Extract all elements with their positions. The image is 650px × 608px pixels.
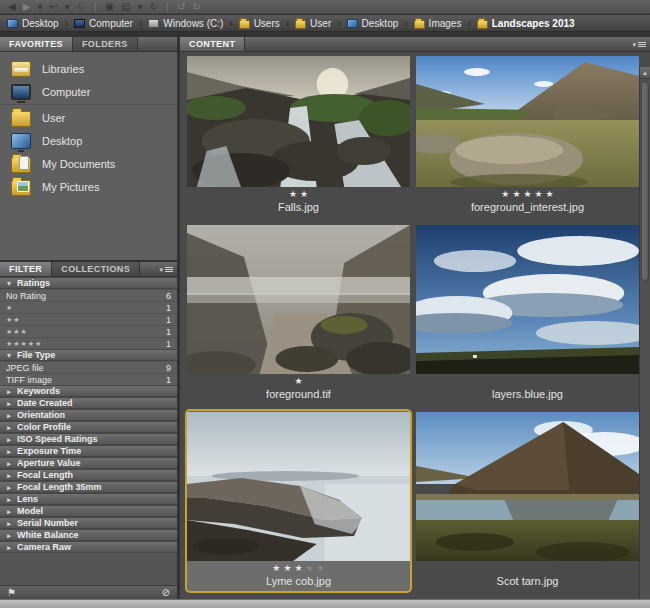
filter-row-[interactable]: ★1 [0, 302, 177, 313]
filter-section-exposure-time[interactable]: ▸Exposure Time [0, 445, 177, 457]
breadcrumb-item-desktop[interactable]: Desktop [345, 18, 401, 29]
back-icon[interactable]: ◀ [8, 2, 16, 12]
star-filled-icon[interactable]: ★ [523, 190, 531, 199]
open-in-camera-raw-icon[interactable]: ▤ [121, 2, 130, 12]
file-name[interactable]: layers.blue.jpg [492, 388, 563, 402]
return-to-recent-icon[interactable]: ↩ [49, 2, 57, 12]
thumbnail-cell-foreground-interest[interactable]: ★★★★★ foreground_interest.jpg [414, 53, 641, 219]
filter-section-ratings[interactable]: ▼Ratings [0, 277, 177, 289]
star-filled-icon[interactable]: ★ [294, 564, 302, 573]
filter-section-serial-number[interactable]: ▸Serial Number [0, 517, 177, 529]
layers-blue-thumbnail-image[interactable] [416, 225, 639, 374]
tab-filter[interactable]: FILTER [0, 262, 52, 276]
favorites-item-my-pictures[interactable]: My Pictures [0, 175, 177, 198]
star-empty-icon[interactable]: ★ [317, 564, 325, 573]
favorites-item-my-documents[interactable]: My Documents [0, 152, 177, 175]
rotate-right-icon[interactable]: ↻ [193, 2, 201, 12]
thumbnail-cell-falls[interactable]: ★★ Falls.jpg [185, 53, 412, 219]
content-scrollbar[interactable]: ▲ [639, 67, 650, 599]
filter-section-orientation[interactable]: ▸Orientation [0, 409, 177, 421]
breadcrumb-item-landscapes-2013[interactable]: Landscapes 2013 [475, 18, 577, 29]
thumbnail-cell-scot-tarn[interactable]: Scot tarn.jpg [414, 409, 641, 593]
expand-triangle-icon: ▸ [5, 532, 13, 539]
filter-section-date-created[interactable]: ▸Date Created [0, 397, 177, 409]
falls-thumbnail-image[interactable] [187, 56, 410, 187]
filter-row-[interactable]: ★★1 [0, 314, 177, 325]
breadcrumb-item-images[interactable]: Images [412, 18, 464, 29]
filter-section-camera-raw[interactable]: ▸Camera Raw [0, 541, 177, 553]
breadcrumb-item-desktop[interactable]: Desktop [5, 18, 61, 29]
recent-dropdown-icon[interactable]: ▾ [65, 2, 70, 12]
refine-icon[interactable]: ↻ [150, 2, 158, 12]
scroll-up-icon[interactable]: ▲ [640, 67, 650, 79]
filter-section-focal-length[interactable]: ▸Focal Length [0, 469, 177, 481]
content-panel-menu-icon[interactable]: ▾ [632, 41, 646, 48]
get-photos-from-camera-icon[interactable]: ▣ [105, 2, 114, 12]
star-filled-icon[interactable]: ★ [289, 190, 297, 199]
star-empty-icon[interactable]: ★ [306, 564, 314, 573]
filter-row-no-rating[interactable]: No Rating6 [0, 290, 177, 301]
filter-panel-menu-icon[interactable]: ▾ [159, 266, 173, 273]
breadcrumb-item-user[interactable]: User [293, 18, 333, 29]
scot-tarn-thumbnail-image[interactable] [416, 412, 639, 561]
thumbnail-cell-lyme-cob[interactable]: ★★★★★ Lyme cob.jpg [185, 409, 412, 593]
thumbnail-cell-layers-blue[interactable]: layers.blue.jpg [414, 222, 641, 406]
star-filled-icon[interactable]: ★ [512, 190, 520, 199]
filter-section-model[interactable]: ▸Model [0, 505, 177, 517]
favorites-item-libraries[interactable]: Libraries [0, 57, 177, 80]
filter-section-keywords[interactable]: ▸Keywords [0, 385, 177, 397]
history-dropdown-icon[interactable]: ▾ [37, 2, 42, 12]
file-name[interactable]: Falls.jpg [278, 201, 319, 215]
star-filled-icon[interactable]: ★ [535, 190, 543, 199]
foreground-interest-thumbnail-image[interactable] [416, 56, 639, 187]
clear-filter-icon[interactable]: ⊘ [162, 587, 170, 599]
favorites-item-desktop[interactable]: Desktop [0, 129, 177, 152]
tab-favorites[interactable]: FAVORITES [0, 37, 73, 51]
camera-raw-dropdown-icon[interactable]: ▾ [138, 2, 143, 12]
filter-section-aperture-value[interactable]: ▸Aperture Value [0, 457, 177, 469]
star-filled-icon[interactable]: ★ [300, 190, 308, 199]
favorites-item-computer[interactable]: Computer [0, 80, 177, 103]
rating-stars[interactable]: ★★★★★ [501, 188, 553, 201]
star-filled-icon[interactable]: ★ [283, 564, 291, 573]
filter-section-color-profile[interactable]: ▸Color Profile [0, 421, 177, 433]
filter-section-file-type[interactable]: ▼File Type [0, 349, 177, 361]
foreground-tif-thumbnail-image[interactable] [187, 225, 410, 374]
star-filled-icon[interactable]: ★ [294, 377, 302, 386]
filter-section-focal-length-35mm[interactable]: ▸Focal Length 35mm [0, 481, 177, 493]
rating-stars[interactable]: ★★★★★ [272, 562, 324, 575]
tab-folders[interactable]: FOLDERS [73, 37, 138, 51]
tab-content[interactable]: CONTENT [180, 37, 245, 51]
rating-stars[interactable]: ★ [294, 375, 302, 388]
breadcrumb-item-windows-c[interactable]: Windows (C:) [146, 18, 225, 29]
file-name[interactable]: foreground.tif [266, 388, 331, 402]
filter-section-lens[interactable]: ▸Lens [0, 493, 177, 505]
filter-section-iso-speed-ratings[interactable]: ▸ISO Speed Ratings [0, 433, 177, 445]
filter-row-tiff-image[interactable]: TIFF image1 [0, 374, 177, 385]
filter-section-label: Exposure Time [17, 446, 81, 456]
file-name[interactable]: foreground_interest.jpg [471, 201, 584, 215]
filter-row-jpeg-file[interactable]: JPEG file9 [0, 362, 177, 373]
scrollbar-thumb[interactable] [641, 81, 649, 281]
bridge-boomerang-icon[interactable]: ☾ [77, 2, 86, 12]
star-filled-icon[interactable]: ★ [272, 564, 280, 573]
lyme-cob-thumbnail-image[interactable] [187, 412, 410, 561]
filter-section-white-balance[interactable]: ▸White Balance [0, 529, 177, 541]
thumbnail-cell-foreground-tif[interactable]: ★ foreground.tif [185, 222, 412, 406]
file-name[interactable]: Scot tarn.jpg [497, 575, 559, 589]
rotate-left-icon[interactable]: ↺ [177, 2, 185, 12]
filter-row-[interactable]: ★★★★★1 [0, 338, 177, 349]
keep-filter-flag-icon[interactable]: ⚑ [7, 587, 16, 599]
filter-row-[interactable]: ★★★1 [0, 326, 177, 337]
filter-row-label: ★★★ [6, 328, 28, 336]
star-filled-icon[interactable]: ★ [501, 190, 509, 199]
star-filled-icon[interactable]: ★ [546, 190, 554, 199]
file-name[interactable]: Lyme cob.jpg [266, 575, 331, 589]
breadcrumb-item-users[interactable]: Users [237, 18, 282, 29]
favorites-item-user[interactable]: User [0, 106, 177, 129]
tab-collections[interactable]: COLLECTIONS [52, 262, 140, 276]
breadcrumb-item-computer[interactable]: Computer [72, 18, 135, 29]
libraries-icon [11, 61, 31, 77]
rating-stars[interactable]: ★★ [289, 188, 308, 201]
forward-icon[interactable]: ▶ [23, 2, 31, 12]
